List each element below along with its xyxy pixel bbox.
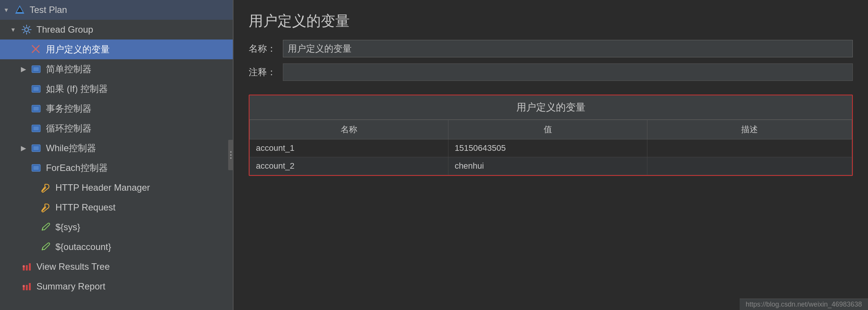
sidebar-item-label: View Results Tree: [36, 261, 110, 272]
sidebar-item-if-controller[interactable]: 如果 (If) 控制器: [0, 79, 233, 99]
main-content: 用户定义的变量 名称： 注释： 用户定义的变量 名称 值 描述 account_…: [234, 0, 868, 310]
chart-icon: [21, 261, 33, 273]
sidebar-item-user-vars[interactable]: 用户定义的变量: [0, 40, 233, 59]
cell-desc: [647, 139, 852, 157]
svg-point-24: [23, 265, 25, 267]
svg-rect-6: [33, 67, 39, 71]
sidebar-item-summary-report[interactable]: Summary Report: [0, 277, 233, 296]
triangle-icon: [14, 4, 26, 16]
sidebar-item-label: HTTP Header Manager: [55, 182, 150, 193]
sidebar-item-loop-controller[interactable]: 循环控制器: [0, 119, 233, 138]
cell-desc: [647, 157, 852, 175]
svg-rect-22: [26, 265, 28, 270]
wrench-icon: [39, 182, 52, 194]
cell-name: account_2: [250, 157, 448, 175]
svg-rect-16: [33, 166, 39, 170]
svg-rect-23: [29, 263, 31, 270]
arrow-icon: ▶: [21, 65, 28, 73]
table-row[interactable]: account_2chenhui: [250, 157, 852, 175]
pencil-icon: [39, 241, 52, 253]
name-row: 名称：: [249, 40, 853, 57]
svg-point-28: [23, 285, 25, 287]
blue-rect-icon: [30, 83, 42, 95]
svg-rect-10: [33, 107, 39, 111]
cell-value: 15150643505: [448, 139, 647, 157]
svg-rect-8: [33, 87, 39, 91]
sidebar-item-while-controller[interactable]: ▶While控制器: [0, 138, 233, 158]
status-url: https://blog.csdn.net/weixin_46983638: [746, 301, 862, 308]
sidebar-item-thread-group[interactable]: ▾Thread Group: [0, 20, 233, 40]
svg-point-2: [25, 28, 28, 32]
table-row[interactable]: account_115150643505: [250, 139, 852, 157]
svg-rect-25: [23, 287, 25, 290]
sidebar-item-sys-var[interactable]: ${sys}: [0, 217, 233, 237]
comment-input[interactable]: [283, 63, 853, 81]
sidebar-item-test-plan[interactable]: ▾Test Plan: [0, 0, 233, 20]
sidebar-item-label: Test Plan: [30, 5, 67, 15]
blue-rect-icon: [30, 63, 42, 75]
blue-rect-icon: [30, 162, 42, 174]
blue-rect-icon: [30, 122, 42, 134]
comment-row: 注释：: [249, 63, 853, 81]
svg-rect-14: [33, 146, 39, 150]
col-header-desc: 描述: [647, 120, 852, 139]
sidebar-item-transaction-controller[interactable]: 事务控制器: [0, 99, 233, 119]
sidebar-item-label: ${outaccount}: [55, 242, 111, 252]
name-label: 名称：: [249, 43, 283, 55]
arrow-icon: ▶: [21, 144, 28, 152]
name-input[interactable]: [283, 40, 853, 57]
page-title: 用户定义的变量: [249, 11, 853, 31]
sidebar-item-label: 简单控制器: [46, 63, 92, 75]
sidebar-item-label: 用户定义的变量: [46, 43, 110, 55]
gear-icon: [21, 24, 33, 36]
scissors-icon: [30, 43, 42, 55]
pencil-icon: [39, 221, 52, 233]
variables-section-title: 用户定义的变量: [249, 95, 852, 120]
sidebar-item-label: HTTP Request: [55, 202, 115, 213]
chart-icon: [21, 280, 33, 293]
sidebar-item-label: ${sys}: [55, 222, 80, 232]
sidebar-item-foreach-controller[interactable]: ForEach控制器: [0, 158, 233, 178]
cell-value: chenhui: [448, 157, 647, 175]
arrow-icon: ▾: [5, 6, 12, 14]
blue-rect-icon: [30, 142, 42, 154]
sidebar-item-http-header-manager[interactable]: HTTP Header Manager: [0, 178, 233, 198]
svg-rect-21: [23, 267, 25, 270]
sidebar-item-label: While控制器: [46, 142, 96, 154]
cell-name: account_1: [250, 139, 448, 157]
sidebar-item-outaccount-var[interactable]: ${outaccount}: [0, 237, 233, 257]
variables-section: 用户定义的变量 名称 值 描述 account_115150643505acco…: [249, 95, 853, 176]
col-header-name: 名称: [250, 120, 448, 139]
wrench-icon: [39, 201, 52, 214]
col-header-value: 值: [448, 120, 647, 139]
table-header-row: 名称 值 描述: [250, 120, 852, 139]
arrow-icon: ▾: [11, 25, 19, 34]
comment-label: 注释：: [249, 66, 283, 78]
svg-rect-12: [33, 127, 39, 130]
sidebar-item-label: 如果 (If) 控制器: [46, 83, 108, 95]
svg-rect-26: [26, 285, 28, 290]
sidebar-item-label: ForEach控制器: [46, 162, 108, 174]
divider-handle[interactable]: [228, 140, 234, 170]
sidebar-item-label: Summary Report: [36, 281, 105, 292]
sidebar-item-label: 事务控制器: [46, 103, 92, 115]
sidebar-item-label: Thread Group: [36, 24, 93, 35]
status-bar: https://blog.csdn.net/weixin_46983638: [740, 299, 868, 310]
svg-rect-27: [29, 283, 31, 290]
sidebar-item-http-request[interactable]: HTTP Request: [0, 198, 233, 217]
sidebar-item-simple-controller[interactable]: ▶简单控制器: [0, 59, 233, 79]
variables-table: 名称 值 描述 account_115150643505account_2che…: [249, 120, 852, 175]
blue-rect-icon: [30, 103, 42, 115]
sidebar: ▾Test Plan▾Thread Group用户定义的变量▶简单控制器如果 (…: [0, 0, 234, 310]
sidebar-item-view-results-tree[interactable]: View Results Tree: [0, 257, 233, 277]
sidebar-item-label: 循环控制器: [46, 122, 92, 134]
